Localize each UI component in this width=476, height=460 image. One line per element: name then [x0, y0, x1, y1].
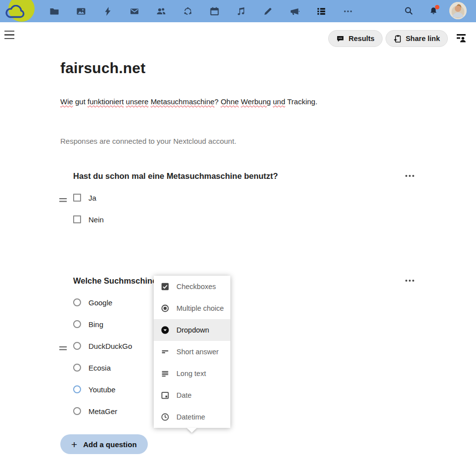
option-label[interactable]: MetaGer [88, 407, 117, 416]
checkbox-unchecked-icon[interactable] [73, 194, 81, 202]
forms-app-list-icon[interactable] [316, 6, 326, 16]
menu-item-label: Long text [176, 370, 206, 377]
option-row: Ja [73, 187, 417, 209]
more-apps-app-ellipsis-icon[interactable] [343, 6, 353, 16]
menu-item-dropdown[interactable]: Dropdown [154, 319, 230, 341]
question-menu-button[interactable] [405, 276, 417, 286]
ellipsis-icon [405, 174, 415, 177]
sidebar-hamburger-icon[interactable] [4, 31, 14, 39]
radio-unchecked-icon[interactable] [73, 364, 81, 372]
misspelled-word: Wie [60, 97, 73, 106]
menu-item-date[interactable]: Date [154, 384, 230, 406]
calendar-app-calendar-icon[interactable] [210, 6, 219, 16]
options-list: GoogleBingDuckDuckGoEcosiaYoutubeMetaGer [73, 292, 417, 422]
question-title[interactable]: Welche Suchmschinen [73, 276, 162, 286]
option-row: Youtube [73, 378, 417, 400]
nextcloud-header [0, 0, 476, 22]
menu-item-long-text[interactable]: Long text [154, 363, 230, 384]
user-avatar[interactable] [449, 2, 467, 19]
menu-item-multiple-choice[interactable]: Multiple choice [154, 297, 230, 319]
results-button[interactable]: Results [328, 30, 382, 47]
radio-checked-icon [161, 304, 170, 313]
add-question-label: Add a question [83, 440, 136, 449]
option-label[interactable]: DuckDuckGo [88, 342, 132, 350]
ellipsis-icon [405, 279, 415, 282]
add-question-button[interactable]: + Add a question [60, 434, 148, 454]
text-long-icon [161, 369, 170, 378]
drag-handle-icon[interactable] [59, 346, 67, 351]
menu-item-label: Date [176, 391, 192, 399]
search-icon[interactable] [404, 6, 414, 16]
option-label[interactable]: Ja [88, 194, 96, 202]
drag-handle-icon[interactable] [59, 198, 67, 203]
contacts-app-people-icon[interactable] [156, 6, 166, 16]
option-row: Ecosia [73, 357, 417, 378]
menu-item-checkboxes[interactable]: Checkboxes [154, 276, 230, 297]
notification-badge [435, 5, 439, 9]
checkbox-unchecked-icon[interactable] [73, 215, 81, 223]
sidebar-toggle-icon[interactable] [455, 33, 468, 44]
menu-caret [187, 428, 197, 433]
question-block-2: Welche Suchmschinen GoogleBingDuckDuckGo… [73, 274, 417, 422]
mail-app-envelope-icon[interactable] [130, 6, 139, 16]
option-row: Nein [73, 209, 417, 230]
description-text: ? [215, 97, 221, 106]
form-title[interactable]: fairsuch.net [60, 60, 145, 77]
clock-icon [161, 413, 170, 421]
misspelled-word: Metasuchmaschine [151, 97, 215, 106]
option-label[interactable]: Ecosia [88, 364, 111, 372]
menu-item-label: Checkboxes [176, 283, 216, 291]
menu-item-datetime[interactable]: Datetime [154, 406, 230, 428]
plus-icon: + [71, 439, 77, 450]
menu-item-label: Dropdown [176, 326, 209, 334]
music-app-music-note-icon[interactable] [236, 6, 246, 16]
misspelled-word: funktioniert [87, 97, 124, 106]
dropdown-circle-icon [161, 326, 170, 335]
answer-type-menu: CheckboxesMultiple choiceDropdownShort a… [154, 276, 230, 428]
responses-note: Responses are connected to your Nextclou… [60, 137, 236, 145]
misspelled-word: Ohne [220, 97, 239, 106]
notes-app-pencil-icon[interactable] [263, 6, 273, 16]
menu-item-short-answer[interactable]: Short answer [154, 341, 230, 363]
menu-item-label: Short answer [176, 348, 218, 356]
radio-unchecked-icon[interactable] [73, 385, 81, 393]
photos-app-photos-icon[interactable] [76, 6, 86, 16]
nextcloud-logo[interactable] [0, 0, 40, 28]
menu-item-label: Datetime [176, 413, 205, 421]
clipboard-share-icon [393, 35, 402, 43]
option-row: Bing [73, 313, 417, 335]
speech-bubble-icon [336, 35, 345, 43]
circles-app-ring-dots-icon[interactable] [183, 6, 193, 16]
announcements-app-megaphone-icon[interactable] [290, 6, 300, 16]
notifications-bell-icon[interactable] [429, 6, 438, 15]
question-block-1: Hast du schon mal eine Metasuchmaschine … [73, 169, 417, 230]
forms-app-page: Results Share link fairsuch.net Wie gut … [0, 0, 476, 460]
files-app-folder-icon[interactable] [49, 6, 59, 16]
menu-item-label: Multiple choice [176, 304, 224, 312]
radio-unchecked-icon[interactable] [73, 342, 81, 350]
question-title[interactable]: Hast du schon mal eine Metasuchmaschine … [73, 171, 278, 181]
option-label[interactable]: Nein [88, 215, 104, 224]
option-label[interactable]: Bing [88, 320, 103, 329]
option-label[interactable]: Google [88, 298, 112, 307]
misspelled-word: unsere [126, 97, 149, 106]
share-link-button[interactable]: Share link [386, 30, 448, 47]
options-list: JaNein [73, 187, 417, 230]
activity-app-lightning-icon[interactable] [103, 6, 113, 16]
misspelled-word: und [273, 97, 285, 106]
active-app-caret [315, 23, 327, 29]
radio-unchecked-icon[interactable] [73, 407, 81, 415]
radio-unchecked-icon[interactable] [73, 320, 81, 328]
question-menu-button[interactable] [405, 171, 417, 181]
form-description[interactable]: Wie gut funktioniert unsere Metasuchmasc… [60, 97, 317, 106]
share-link-label: Share link [406, 35, 440, 42]
option-row: Google [73, 292, 417, 313]
checkbox-checked-icon [161, 282, 170, 291]
description-text: gut [73, 97, 87, 106]
form-toolbar: Results Share link [328, 30, 468, 47]
option-label[interactable]: Youtube [88, 385, 116, 394]
app-icon-bar [49, 0, 353, 22]
radio-unchecked-icon[interactable] [73, 298, 81, 306]
option-row: MetaGer [73, 400, 417, 422]
cloud-logo-icon [3, 5, 28, 19]
